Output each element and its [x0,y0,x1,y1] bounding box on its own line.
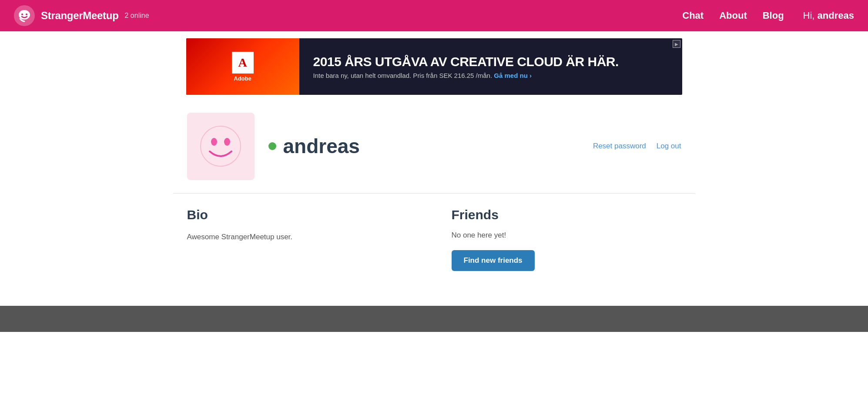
profile-info: andreas [268,134,360,158]
site-footer [0,306,868,332]
ad-indicator: ▶ [673,40,680,48]
svg-point-5 [224,138,230,146]
profile-actions: Reset password Log out [593,142,681,151]
nav-chat[interactable]: Chat [682,10,704,21]
content-area: Bio Awesome StrangerMeetup user. Friends… [173,208,695,271]
site-header: StrangerMeetup 2 online Chat About Blog … [0,0,868,31]
ad-subline: Inte bara ny, utan helt omvandlad. Pris … [313,72,668,79]
ad-copy-area[interactable]: 2015 ÅRS UTGÅVA AV CREATIVE CLOUD ÄR HÄR… [299,54,682,79]
adobe-brand-text: Adobe [234,75,251,82]
svg-point-3 [201,126,241,166]
adobe-logo: A [232,52,254,74]
svg-point-1 [21,13,23,15]
no-friends-text: No one here yet! [452,231,681,240]
ad-headline: 2015 ÅRS UTGÅVA AV CREATIVE CLOUD ÄR HÄR… [313,54,668,69]
profile-divider [173,193,695,194]
main-nav: Chat About Blog Hi, andreas [682,10,854,21]
ad-banner: A Adobe 2015 ÅRS UTGÅVA AV CREATIVE CLOU… [186,31,682,99]
friends-title: Friends [452,208,681,222]
profile-section: andreas Reset password Log out [173,111,695,181]
svg-point-2 [26,13,27,15]
bio-text: Awesome StrangerMeetup user. [187,231,417,243]
ad-brand-area: A Adobe [186,38,299,95]
logo-icon [14,5,35,26]
avatar [187,113,255,180]
online-status-dot [268,142,276,150]
logout-link[interactable]: Log out [657,142,681,151]
find-friends-button[interactable]: Find new friends [452,250,535,271]
nav-blog[interactable]: Blog [763,10,784,21]
header-greeting: Hi, andreas [803,10,854,21]
nav-about[interactable]: About [719,10,747,21]
ad-cta[interactable]: Gå med nu › [494,72,532,79]
reset-password-link[interactable]: Reset password [593,142,646,151]
friends-section: Friends No one here yet! Find new friend… [452,208,681,271]
online-count: 2 online [125,12,149,20]
bio-title: Bio [187,208,417,222]
site-name: StrangerMeetup [41,10,119,22]
bio-section: Bio Awesome StrangerMeetup user. [187,208,417,271]
svg-point-4 [211,138,217,146]
profile-username: andreas [283,134,360,158]
